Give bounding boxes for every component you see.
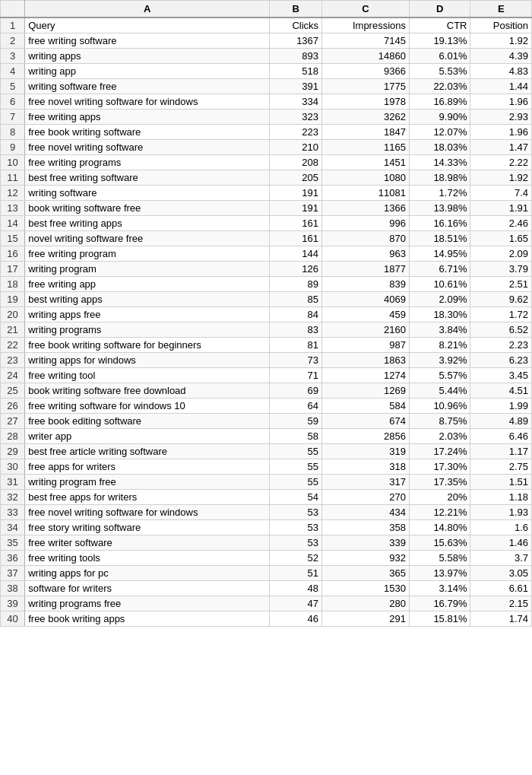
table-row[interactable]: 25book writing software free download691… <box>1 383 532 398</box>
table-row[interactable]: 3writing apps893148606.01%4.39 <box>1 48 532 63</box>
table-row[interactable]: 15novel writing software free16187018.51… <box>1 230 532 246</box>
cell-position: 9.62 <box>470 291 532 307</box>
cell-query: free book writing apps <box>25 611 270 626</box>
row-number: 36 <box>1 550 25 565</box>
col-header-d[interactable]: D <box>410 1 470 17</box>
cell-query: writing app <box>25 63 270 78</box>
cell-position: 1.99 <box>470 398 532 413</box>
col-header-e[interactable]: E <box>470 1 532 17</box>
cell-position: 6.52 <box>470 322 532 337</box>
cell-position: 3.79 <box>470 261 532 276</box>
table-row[interactable]: 12writing software191110811.72%7.4 <box>1 185 532 200</box>
col-header-b[interactable]: B <box>270 1 322 17</box>
cell-clicks: 71 <box>270 367 322 383</box>
table-row[interactable]: 35free writer software5333915.63%1.46 <box>1 535 532 550</box>
table-row[interactable]: 6free novel writing software for windows… <box>1 94 532 109</box>
header-row-num: 1 <box>1 17 25 33</box>
cell-impressions: 291 <box>322 611 410 626</box>
table-row[interactable]: 19best writing apps8540692.09%9.62 <box>1 291 532 307</box>
cell-position: 1.74 <box>470 611 532 626</box>
cell-impressions: 1080 <box>322 170 410 185</box>
table-row[interactable]: 23writing apps for windows7318633.92%6.2… <box>1 352 532 367</box>
cell-clicks: 53 <box>270 535 322 550</box>
row-number: 31 <box>1 474 25 489</box>
col-header-c[interactable]: C <box>322 1 410 17</box>
cell-impressions: 584 <box>322 398 410 413</box>
table-row[interactable]: 13book writing software free191136613.98… <box>1 200 532 215</box>
table-row[interactable]: 27free book editing software596748.75%4.… <box>1 413 532 428</box>
table-row[interactable]: 37writing apps for pc5136513.97%3.05 <box>1 565 532 580</box>
table-row[interactable]: 20writing apps free8445918.30%1.72 <box>1 307 532 322</box>
cell-ctr: 10.96% <box>410 398 470 413</box>
cell-impressions: 14860 <box>322 48 410 63</box>
cell-query: writing apps free <box>25 307 270 322</box>
table-row[interactable]: 32best free apps for writers5427020%1.18 <box>1 489 532 504</box>
cell-ctr: 12.07% <box>410 124 470 139</box>
table-row[interactable]: 33free novel writing software for window… <box>1 504 532 519</box>
cell-position: 2.51 <box>470 276 532 291</box>
row-number: 10 <box>1 154 25 170</box>
cell-query: free book writing software <box>25 124 270 139</box>
cell-ctr: 17.24% <box>410 443 470 459</box>
cell-impressions: 280 <box>322 596 410 611</box>
table-row[interactable]: 9free novel writing software210116518.03… <box>1 139 532 154</box>
table-row[interactable]: 5writing software free391177522.03%1.44 <box>1 78 532 94</box>
table-row[interactable]: 31writing program free5531717.35%1.51 <box>1 474 532 489</box>
row-number: 21 <box>1 322 25 337</box>
cell-ctr: 3.84% <box>410 322 470 337</box>
table-row[interactable]: 40free book writing apps4629115.81%1.74 <box>1 611 532 626</box>
row-number: 15 <box>1 230 25 246</box>
cell-impressions: 3262 <box>322 109 410 124</box>
cell-query: free story writing software <box>25 519 270 535</box>
row-number: 6 <box>1 94 25 109</box>
cell-ctr: 10.61% <box>410 276 470 291</box>
table-row[interactable]: 7free writing apps32332629.90%2.93 <box>1 109 532 124</box>
table-row[interactable]: 29best free article writing software5531… <box>1 443 532 459</box>
cell-query: book writing software free <box>25 200 270 215</box>
cell-clicks: 161 <box>270 230 322 246</box>
row-number: 22 <box>1 337 25 352</box>
row-number: 29 <box>1 443 25 459</box>
row-number: 11 <box>1 170 25 185</box>
cell-clicks: 391 <box>270 78 322 94</box>
cell-clicks: 48 <box>270 580 322 596</box>
cell-clicks: 73 <box>270 352 322 367</box>
cell-clicks: 126 <box>270 261 322 276</box>
cell-query: free writing program <box>25 246 270 261</box>
table-row[interactable]: 38software for writers4815303.14%6.61 <box>1 580 532 596</box>
header-position: Position <box>470 17 532 33</box>
cell-impressions: 9366 <box>322 63 410 78</box>
table-row[interactable]: 17writing program12618776.71%3.79 <box>1 261 532 276</box>
table-row[interactable]: 2free writing software1367714519.13%1.92 <box>1 33 532 48</box>
table-row[interactable]: 24free writing tool7112745.57%3.45 <box>1 367 532 383</box>
table-row[interactable]: 14best free writing apps16199616.16%2.46 <box>1 215 532 230</box>
table-row[interactable]: 28writer app5828562.03%6.46 <box>1 428 532 443</box>
cell-clicks: 64 <box>270 398 322 413</box>
col-header-a[interactable]: A <box>25 1 270 17</box>
table-row[interactable]: 16free writing program14496314.95%2.09 <box>1 246 532 261</box>
cell-position: 1.65 <box>470 230 532 246</box>
table-row[interactable]: 39writing programs free4728016.79%2.15 <box>1 596 532 611</box>
table-row[interactable]: 8free book writing software223184712.07%… <box>1 124 532 139</box>
table-row[interactable]: 26free writing software for windows 1064… <box>1 398 532 413</box>
cell-position: 4.51 <box>470 383 532 398</box>
cell-position: 2.93 <box>470 109 532 124</box>
cell-query: best writing apps <box>25 291 270 307</box>
cell-clicks: 58 <box>270 428 322 443</box>
table-row[interactable]: 10free writing programs208145114.33%2.22 <box>1 154 532 170</box>
table-row[interactable]: 18free writing app8983910.61%2.51 <box>1 276 532 291</box>
cell-ctr: 8.75% <box>410 413 470 428</box>
table-row[interactable]: 36free writing tools529325.58%3.7 <box>1 550 532 565</box>
cell-clicks: 52 <box>270 550 322 565</box>
table-row[interactable]: 22free book writing software for beginne… <box>1 337 532 352</box>
cell-clicks: 518 <box>270 63 322 78</box>
table-row[interactable]: 11best free writing software205108018.98… <box>1 170 532 185</box>
table-row[interactable]: 30free apps for writers5531817.30%2.75 <box>1 459 532 474</box>
table-row[interactable]: 34free story writing software5335814.80%… <box>1 519 532 535</box>
cell-position: 3.45 <box>470 367 532 383</box>
table-row[interactable]: 4writing app51893665.53%4.83 <box>1 63 532 78</box>
cell-query: free book writing software for beginners <box>25 337 270 352</box>
cell-clicks: 81 <box>270 337 322 352</box>
cell-ctr: 18.03% <box>410 139 470 154</box>
table-row[interactable]: 21writing programs8321603.84%6.52 <box>1 322 532 337</box>
